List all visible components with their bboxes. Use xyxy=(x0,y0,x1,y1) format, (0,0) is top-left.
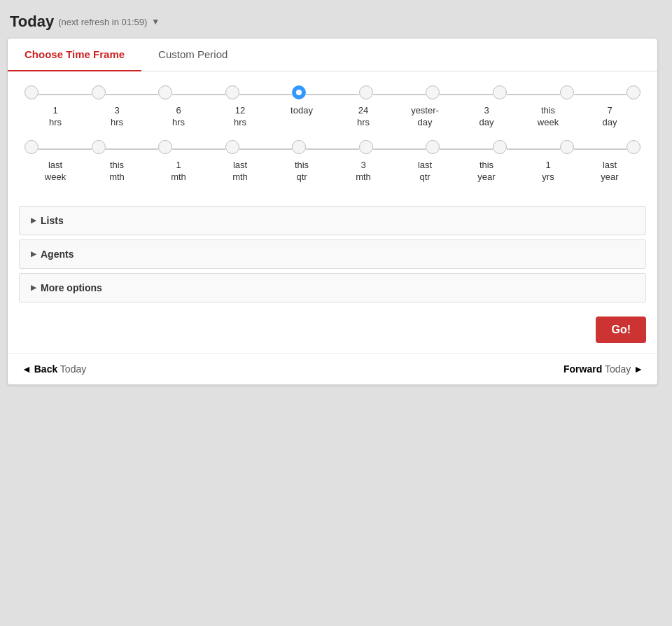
radios-row1 xyxy=(24,85,640,104)
go-section: Go! xyxy=(8,307,657,353)
header: Today (next refresh in 01:59) ▼ xyxy=(7,7,162,38)
label-thisweek[interactable]: thisweek xyxy=(517,104,579,129)
line-segment xyxy=(239,94,293,95)
tab-choose-time-frame[interactable]: Choose Time Frame xyxy=(8,39,141,71)
label-7day[interactable]: 7day xyxy=(579,104,640,129)
label-lastqtr[interactable]: lastqtr xyxy=(394,158,456,183)
label-6hrs[interactable]: 6hrs xyxy=(148,104,209,129)
radio-lastweek[interactable] xyxy=(24,140,38,154)
radio-thisqtr[interactable] xyxy=(292,140,306,154)
line-segment xyxy=(172,148,225,150)
radio-thisweek[interactable] xyxy=(560,85,574,99)
radio-thismth[interactable] xyxy=(92,140,106,154)
radio-7day[interactable] xyxy=(626,85,640,99)
tab-bar: Choose Time Frame Custom Period xyxy=(8,39,657,71)
radio-lastqtr[interactable] xyxy=(426,140,440,154)
label-1hrs[interactable]: 1hrs xyxy=(24,104,86,129)
footer-bar: ◄ Back Today Forward Today ► xyxy=(8,353,657,384)
radio-1mth[interactable] xyxy=(158,140,172,154)
dropdown-arrow-icon[interactable]: ▼ xyxy=(151,17,160,27)
line-segment xyxy=(440,148,493,150)
label-12hrs[interactable]: 12hrs xyxy=(209,104,271,129)
line-segment xyxy=(373,148,426,150)
line-segment xyxy=(507,148,560,150)
label-lastmth[interactable]: lastmth xyxy=(209,158,271,183)
radio-1yrs[interactable] xyxy=(560,140,574,154)
line-segment xyxy=(106,148,159,150)
back-label: Back xyxy=(34,363,57,375)
radio-lastmth[interactable] xyxy=(225,140,239,154)
main-panel: Choose Time Frame Custom Period 1hrs3hrs… xyxy=(7,38,658,385)
label-24hrs[interactable]: 24hrs xyxy=(332,104,394,129)
timeframe-section: 1hrs3hrs6hrs12hrstoday24hrsyester-day3da… xyxy=(8,71,657,202)
line-segment xyxy=(507,94,560,95)
radios-row2 xyxy=(24,140,640,158)
radio-3hrs[interactable] xyxy=(92,85,106,99)
expandable-agents: ▶ Agents xyxy=(19,239,646,269)
radio-3day[interactable] xyxy=(493,85,507,99)
tab-custom-period[interactable]: Custom Period xyxy=(141,39,244,71)
back-value: Today xyxy=(60,363,86,375)
radio-3mth[interactable] xyxy=(359,140,373,154)
back-nav[interactable]: ◄ Back Today xyxy=(22,363,86,375)
line-segment xyxy=(306,148,359,150)
radio-24hrs[interactable] xyxy=(359,85,373,99)
expandable-header-lists[interactable]: ▶ Lists xyxy=(20,207,645,235)
expandable-label-agents: Agents xyxy=(41,249,74,260)
expandable-label-lists: Lists xyxy=(41,215,64,226)
back-arrow-icon: ◄ xyxy=(22,363,34,375)
expandable-label-more: More options xyxy=(41,282,102,293)
line-segment xyxy=(574,94,627,95)
label-3mth[interactable]: 3mth xyxy=(332,158,394,183)
expandable-sections: ▶ Lists ▶ Agents ▶ More options xyxy=(8,206,657,302)
expandable-header-more[interactable]: ▶ More options xyxy=(20,274,645,302)
expandable-header-agents[interactable]: ▶ Agents xyxy=(20,240,645,268)
line-segment xyxy=(373,94,426,95)
line-segment xyxy=(106,94,159,95)
line-segment xyxy=(239,148,293,150)
label-1yrs[interactable]: 1yrs xyxy=(517,158,579,183)
label-thismth[interactable]: thismth xyxy=(86,158,148,183)
radio-thisyear[interactable] xyxy=(493,140,507,154)
labels-row1: 1hrs3hrs6hrs12hrstoday24hrsyester-day3da… xyxy=(24,104,640,129)
forward-label: Forward xyxy=(564,363,602,375)
radio-6hrs[interactable] xyxy=(158,85,172,99)
radio-1hrs[interactable] xyxy=(24,85,38,99)
line-segment xyxy=(172,94,225,95)
line-segment xyxy=(306,94,359,95)
expand-arrow-icon: ▶ xyxy=(31,216,36,224)
radio-today[interactable] xyxy=(292,85,306,99)
timeframe-row1: 1hrs3hrs6hrs12hrstoday24hrsyester-day3da… xyxy=(24,85,640,129)
timeframe-row2: lastweekthismth1mthlastmththisqtr3mthlas… xyxy=(24,140,640,183)
label-lastyear[interactable]: lastyear xyxy=(579,158,640,183)
label-today[interactable]: today xyxy=(271,104,332,129)
label-3hrs[interactable]: 3hrs xyxy=(86,104,148,129)
labels-row2: lastweekthismth1mthlastmththisqtr3mthlas… xyxy=(24,158,640,183)
radio-yesterday[interactable] xyxy=(426,85,440,99)
label-thisyear[interactable]: thisyear xyxy=(456,158,517,183)
page-title: Today xyxy=(10,13,54,31)
radio-lastyear[interactable] xyxy=(626,140,640,154)
expand-arrow-icon: ▶ xyxy=(31,284,36,291)
label-thisqtr[interactable]: thisqtr xyxy=(271,158,332,183)
go-button[interactable]: Go! xyxy=(596,317,646,343)
label-yesterday[interactable]: yester-day xyxy=(394,104,456,129)
expand-arrow-icon: ▶ xyxy=(31,250,36,258)
label-lastweek[interactable]: lastweek xyxy=(24,158,86,183)
expandable-lists: ▶ Lists xyxy=(19,206,646,235)
line-segment xyxy=(440,94,493,95)
expandable-more: ▶ More options xyxy=(19,273,646,302)
refresh-subtitle: (next refresh in 01:59) xyxy=(58,17,147,27)
line-segment xyxy=(574,148,627,150)
forward-nav[interactable]: Forward Today ► xyxy=(564,363,643,375)
line-segment xyxy=(38,94,92,95)
forward-value: Today xyxy=(605,363,631,375)
line-segment xyxy=(38,148,92,150)
label-1mth[interactable]: 1mth xyxy=(148,158,209,183)
radio-12hrs[interactable] xyxy=(225,85,239,99)
label-3day[interactable]: 3day xyxy=(456,104,517,129)
forward-arrow-icon: ► xyxy=(631,363,643,375)
